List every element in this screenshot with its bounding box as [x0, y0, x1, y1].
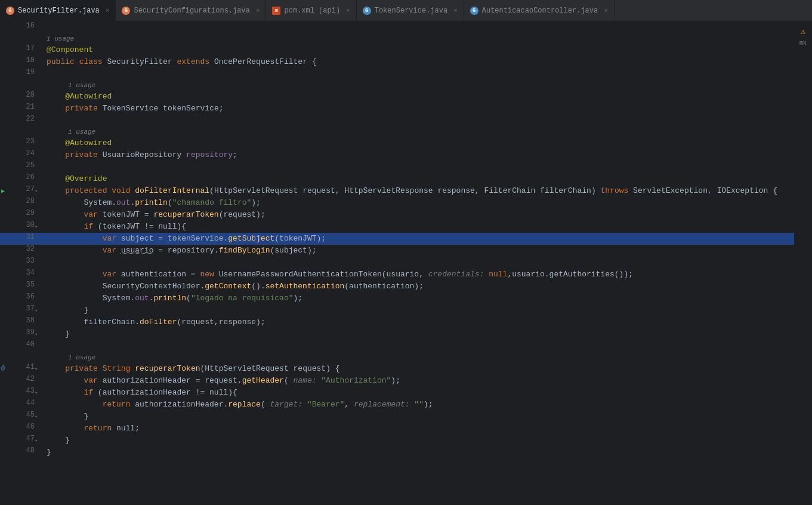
- fold-45[interactable]: ▾: [35, 414, 38, 420]
- marker-17: [35, 44, 45, 56]
- line-36: 36 System.out.println("logado na requisi…: [0, 292, 794, 304]
- linenum-32: 32: [0, 245, 35, 257]
- tab-close-security-config[interactable]: ×: [256, 7, 260, 14]
- code-38: filterChain.doFilter(request,response);: [45, 316, 794, 328]
- line-25: 25: [0, 161, 794, 173]
- linenum-39: 39: [0, 328, 35, 340]
- marker-45: ▾: [35, 411, 45, 423]
- code-35: SecurityContextHolder.getContext().setAu…: [45, 281, 794, 292]
- editor-body: 16 1 usage 17 @Component: [0, 21, 812, 458]
- code-24: private UsuarioRepository repository;: [45, 149, 794, 161]
- linenum-24: 24: [0, 149, 35, 161]
- linenum-47: 47: [0, 435, 35, 447]
- line-44: 44 return authorizationHeader.replace( t…: [0, 399, 794, 411]
- fold-30[interactable]: ▾: [35, 224, 38, 230]
- line-41: @41 ▾ private String recuperarToken(Http…: [0, 363, 794, 375]
- marker-35: [35, 281, 45, 292]
- line-48: 48 }: [0, 447, 794, 458]
- linenum-28: 28: [0, 197, 35, 209]
- usage-hint-20: 1 usage: [0, 80, 794, 91]
- line-21: 21 private TokenService tokenService;: [0, 103, 794, 115]
- fold-37[interactable]: ▾: [35, 307, 38, 314]
- marker-18: [35, 56, 45, 68]
- linenum-48: 48: [0, 447, 35, 458]
- usage-hint-41: 1 usage: [0, 352, 794, 363]
- fold-41[interactable]: ▾: [35, 366, 38, 372]
- fold-27[interactable]: ▾: [35, 188, 38, 195]
- line-31: 31 var subject = tokenService.getSubject…: [0, 233, 794, 245]
- marker-16: [35, 21, 45, 33]
- marker-37: ▾: [35, 304, 45, 316]
- code-46: return null;: [45, 423, 794, 435]
- marker-40: [35, 340, 45, 352]
- warning-icon: ⚠: [801, 26, 805, 36]
- usage-label-41: 1 usage: [45, 352, 95, 363]
- linenum-46: 46: [0, 423, 35, 435]
- linenum-27: ▶27: [0, 185, 35, 197]
- linenum-20: 20: [0, 91, 35, 103]
- tab-icon-security-config: G: [122, 7, 130, 15]
- tab-token-service[interactable]: G TokenService.java ×: [357, 0, 464, 21]
- linenum-22: 22: [0, 115, 35, 127]
- linenum-42: 42: [0, 375, 35, 387]
- marker-19: [35, 68, 45, 80]
- line-43: 43 ▾ if (authorizationHeader != null){: [0, 387, 794, 399]
- code-27: protected void doFilterInternal(HttpServ…: [45, 185, 794, 197]
- linenum-usage41: [0, 352, 35, 363]
- tab-security-config[interactable]: G SecurityConfigurations.java ×: [116, 0, 266, 21]
- line-32: 32 var usuario = repository.findByLogin(…: [0, 245, 794, 257]
- tab-close-security-filter[interactable]: ×: [106, 7, 110, 14]
- fold-39[interactable]: ▾: [35, 331, 38, 338]
- marker-39: ▾: [35, 328, 45, 340]
- tab-label-security-filter: SecurityFilter.java: [18, 7, 100, 15]
- linenum-usage23: [0, 127, 35, 137]
- marker-usage17: [35, 33, 45, 44]
- fold-47[interactable]: ▾: [35, 438, 38, 444]
- marker-41: ▾: [35, 363, 45, 375]
- line-47: 47 ▾ }: [0, 435, 794, 447]
- marker-32: [35, 245, 45, 257]
- line-16: 16: [0, 21, 794, 33]
- tab-autenticacao[interactable]: G AutenticacaoController.java ×: [464, 0, 615, 21]
- marker-36: [35, 292, 45, 304]
- code-40: [45, 340, 794, 352]
- linenum-43: 43: [0, 387, 35, 399]
- code-29: var tokenJWT = recuperarToken(request);: [45, 209, 794, 221]
- tab-close-autenticacao[interactable]: ×: [604, 7, 608, 14]
- marker-44: [35, 399, 45, 411]
- linenum-45: 45: [0, 411, 35, 423]
- tab-label-security-config: SecurityConfigurations.java: [134, 7, 249, 15]
- linenum-29: 29: [0, 209, 35, 221]
- marker-34: [35, 269, 45, 281]
- marker-48: [35, 447, 45, 458]
- tab-label-autenticacao: AutenticacaoController.java: [482, 7, 598, 15]
- code-21: private TokenService tokenService;: [45, 103, 794, 115]
- tab-close-pom-xml[interactable]: ×: [346, 7, 350, 14]
- code-31: var subject = tokenService.getSubject(to…: [45, 233, 794, 245]
- code-32: var usuario = repository.findByLogin(sub…: [45, 245, 794, 257]
- line-33: 33: [0, 257, 794, 269]
- linenum-38: 38: [0, 316, 35, 328]
- marker-33: [35, 257, 45, 269]
- editor-scroll[interactable]: 16 1 usage 17 @Component: [0, 21, 794, 458]
- line-42: 42 var authorizationHeader = request.get…: [0, 375, 794, 387]
- linenum-31: 31: [0, 233, 35, 245]
- tab-close-token-service[interactable]: ×: [453, 7, 458, 14]
- line-45: 45 ▾ }: [0, 411, 794, 423]
- tab-pom-xml[interactable]: m pom.xml (api) ×: [266, 0, 356, 21]
- fold-43[interactable]: ▾: [35, 390, 38, 396]
- line-29: 29 var tokenJWT = recuperarToken(request…: [0, 209, 794, 221]
- minimap-label: mk: [799, 40, 807, 47]
- line-24: 24 private UsuarioRepository repository;: [0, 149, 794, 161]
- code-39: }: [45, 328, 794, 340]
- linenum-30: 30: [0, 221, 35, 233]
- code-17: @Component: [45, 44, 794, 56]
- tab-icon-pom-xml: m: [272, 7, 280, 15]
- code-33: [45, 257, 794, 269]
- tab-security-filter[interactable]: G SecurityFilter.java ×: [0, 0, 116, 21]
- marker-usage23: [35, 127, 45, 137]
- linenum-36: 36: [0, 292, 35, 304]
- linenum-37: 37: [0, 304, 35, 316]
- code-22: [45, 115, 794, 127]
- code-20: @Autowired: [45, 91, 794, 103]
